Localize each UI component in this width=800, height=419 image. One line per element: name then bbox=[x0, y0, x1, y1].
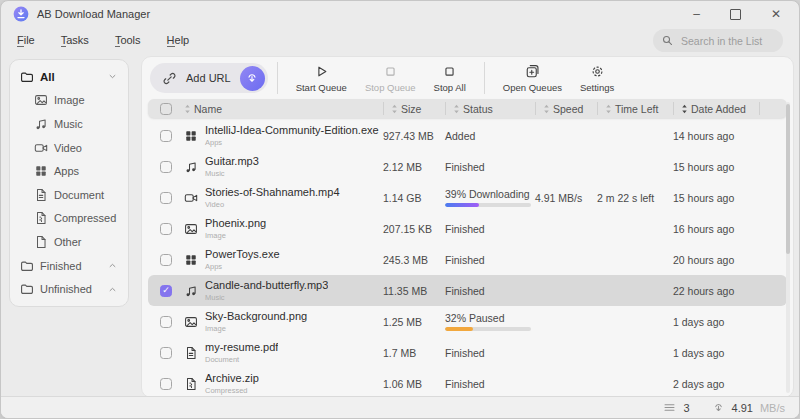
column-header-status[interactable]: Status bbox=[445, 102, 535, 115]
table-row[interactable]: Sky-Background.png Image 1.25 MB 32% Pau… bbox=[148, 306, 787, 337]
stop-queue-button[interactable]: Stop Queue bbox=[356, 62, 425, 95]
compressed-icon bbox=[184, 377, 198, 391]
row-checkbox[interactable] bbox=[160, 347, 172, 359]
sidebar-item-unfinished[interactable]: Unfinished bbox=[15, 277, 123, 301]
file-size: 2.12 MB bbox=[383, 161, 445, 173]
sidebar-item-all[interactable]: All bbox=[15, 65, 123, 89]
column-header-spacer bbox=[759, 102, 777, 115]
sidebar-item-apps[interactable]: Apps bbox=[15, 159, 123, 183]
app-title: AB Download Manager bbox=[37, 8, 150, 20]
menu-item-file[interactable]: File bbox=[17, 34, 35, 46]
download-status: Finished bbox=[445, 285, 485, 297]
toolbar: Add URL Start Queue Stop Queue Stop All … bbox=[142, 57, 793, 99]
table-row[interactable]: Guitar.mp3 Music 2.12 MB Finished 15 hou… bbox=[148, 151, 787, 182]
file-size: 1.25 MB bbox=[383, 316, 445, 328]
folder-icon bbox=[20, 282, 34, 296]
file-name: my-resume.pdf bbox=[205, 341, 278, 354]
file-category: Music bbox=[205, 169, 259, 178]
file-name: Stories-of-Shahnameh.mp4 bbox=[205, 186, 340, 199]
add-url-label: Add URL bbox=[186, 72, 231, 84]
download-status: Finished bbox=[445, 378, 485, 390]
file-category: Apps bbox=[205, 138, 379, 147]
column-header-speed[interactable]: Speed bbox=[535, 102, 597, 115]
close-button[interactable]: ✕ bbox=[771, 8, 781, 20]
date-added: 20 hours ago bbox=[673, 254, 759, 266]
minimize-button[interactable]: – bbox=[693, 8, 700, 20]
row-checkbox[interactable] bbox=[160, 223, 172, 235]
file-name: Guitar.mp3 bbox=[205, 155, 259, 168]
menu-item-tasks[interactable]: Tasks bbox=[61, 34, 89, 46]
progress-bar bbox=[445, 203, 531, 207]
date-added: 2 days ago bbox=[673, 378, 759, 390]
sidebar-item-other[interactable]: Other bbox=[15, 230, 123, 254]
search-input[interactable] bbox=[679, 34, 775, 48]
compressed-icon bbox=[34, 211, 48, 225]
video-icon bbox=[184, 191, 198, 205]
chevron-up-icon bbox=[107, 260, 118, 271]
sort-icon bbox=[391, 104, 398, 114]
column-header-name[interactable]: Name bbox=[184, 102, 383, 115]
menu-item-help[interactable]: Help bbox=[167, 34, 190, 46]
sidebar-item-video[interactable]: Video bbox=[15, 136, 123, 160]
settings-button[interactable]: Settings bbox=[571, 62, 623, 95]
quick-download-button[interactable] bbox=[240, 66, 265, 91]
sidebar-item-finished[interactable]: Finished bbox=[15, 254, 123, 278]
date-added: 14 hours ago bbox=[673, 130, 759, 142]
sort-icon bbox=[453, 104, 460, 114]
add-url-button[interactable]: Add URL bbox=[150, 63, 268, 93]
row-checkbox[interactable] bbox=[160, 254, 172, 266]
image-icon bbox=[184, 222, 198, 236]
file-name: Candle-and-butterfly.mp3 bbox=[205, 279, 328, 292]
file-size: 245.3 MB bbox=[383, 254, 445, 266]
gear-icon bbox=[590, 64, 605, 79]
select-all-checkbox[interactable] bbox=[160, 103, 172, 115]
sidebar-item-image[interactable]: Image bbox=[15, 89, 123, 113]
menu-item-tools[interactable]: Tools bbox=[115, 34, 141, 46]
table-row[interactable]: Stories-of-Shahnameh.mp4 Video 1.14 GB 3… bbox=[148, 182, 787, 213]
start-queue-button[interactable]: Start Queue bbox=[287, 62, 356, 95]
stop-all-button[interactable]: Stop All bbox=[425, 62, 475, 95]
row-checkbox[interactable] bbox=[160, 192, 172, 204]
chevron-down-icon bbox=[107, 71, 118, 82]
column-header-date-added[interactable]: Date Added bbox=[673, 102, 759, 115]
row-checkbox[interactable] bbox=[160, 378, 172, 390]
search-icon bbox=[661, 34, 674, 47]
sidebar-item-document[interactable]: Document bbox=[15, 183, 123, 207]
document-icon bbox=[184, 346, 198, 360]
table-row[interactable]: Archive.zip Compressed 1.06 MB Finished … bbox=[148, 368, 787, 398]
row-checkbox[interactable]: ✓ bbox=[160, 285, 172, 297]
table-row[interactable]: ✓ Candle-and-butterfly.mp3 Music 11.35 M… bbox=[148, 275, 787, 306]
sidebar-item-music[interactable]: Music bbox=[15, 112, 123, 136]
file-name: Sky-Background.png bbox=[205, 310, 307, 323]
table-row[interactable]: IntelliJ-Idea-Community-Edition.exe Apps… bbox=[148, 120, 787, 151]
maximize-button[interactable] bbox=[730, 9, 741, 20]
progress-bar bbox=[445, 327, 531, 331]
apps-icon bbox=[184, 253, 198, 267]
open-queues-button[interactable]: Open Queues bbox=[494, 62, 571, 95]
toolbar-separator bbox=[277, 62, 278, 94]
folder-icon bbox=[20, 70, 34, 84]
global-speed-icon[interactable] bbox=[712, 401, 725, 414]
date-added: 16 hours ago bbox=[673, 223, 759, 235]
date-added: 15 hours ago bbox=[673, 161, 759, 173]
download-speed: 4.91 MB/s bbox=[535, 192, 597, 204]
column-header-time-left[interactable]: Time Left bbox=[597, 102, 673, 115]
date-added: 1 days ago bbox=[673, 316, 759, 328]
table-row[interactable]: Phoenix.png Image 207.15 KB Finished 16 … bbox=[148, 213, 787, 244]
sort-icon bbox=[605, 104, 612, 114]
sort-icon bbox=[184, 104, 191, 114]
scrollbar-thumb[interactable] bbox=[786, 104, 790, 254]
file-size: 207.15 KB bbox=[383, 223, 445, 235]
scrollbar-track[interactable] bbox=[786, 102, 790, 393]
table-row[interactable]: my-resume.pdf Document 1.7 MB Finished 1… bbox=[148, 337, 787, 368]
row-checkbox[interactable] bbox=[160, 130, 172, 142]
column-header-size[interactable]: Size bbox=[383, 102, 445, 115]
sidebar-item-compressed[interactable]: Compressed bbox=[15, 207, 123, 231]
row-checkbox[interactable] bbox=[160, 316, 172, 328]
active-list-icon[interactable] bbox=[663, 401, 676, 414]
file-category: Document bbox=[205, 355, 278, 364]
file-category: Video bbox=[205, 200, 340, 209]
download-status: Added bbox=[445, 130, 475, 142]
table-row[interactable]: PowerToys.exe Apps 245.3 MB Finished 20 … bbox=[148, 244, 787, 275]
row-checkbox[interactable] bbox=[160, 161, 172, 173]
